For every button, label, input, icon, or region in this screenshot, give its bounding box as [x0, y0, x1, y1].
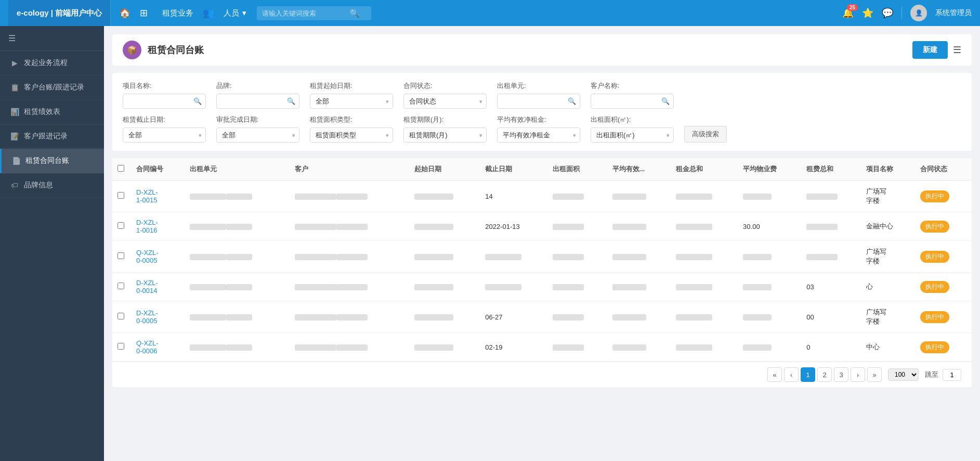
- lease-term-select[interactable]: 租赁期限(月): [403, 127, 487, 143]
- sidebar-item-contract-ledger[interactable]: 📄 租赁合同台账: [0, 149, 104, 173]
- project-cell-2: 广场写 字楼: [861, 241, 914, 273]
- row-checkbox-0[interactable]: [117, 192, 124, 199]
- sidebar-item-brand-info[interactable]: 🏷 品牌信息: [0, 173, 104, 198]
- sidebar-item-rental-performance[interactable]: 📊 租赁绩效表: [0, 100, 104, 124]
- page-btn-2[interactable]: 2: [817, 367, 832, 382]
- property-cell-1: 30.00: [738, 212, 801, 241]
- global-search-bar[interactable]: 🔍: [257, 6, 371, 20]
- row-checkbox-5[interactable]: [117, 343, 124, 350]
- project-cell-4: 广场写 字楼: [861, 301, 914, 333]
- select-all-checkbox[interactable]: [117, 165, 124, 172]
- people-icon[interactable]: 👥: [203, 7, 214, 19]
- contract-id-1[interactable]: D-XZL- 1-0016: [136, 219, 158, 234]
- start-date-cell-1: [409, 212, 480, 241]
- unit-cell-0: [185, 181, 289, 212]
- col-rental-unit: 出租单元: [185, 158, 289, 181]
- status-cell-0: 执行中: [915, 181, 972, 212]
- table-row: D-XZL- 0-0014 03 心 执行中: [112, 273, 972, 301]
- search-input[interactable]: [262, 9, 345, 17]
- col-end-date: 截止日期: [480, 158, 547, 181]
- customer-cell-3: [290, 273, 409, 301]
- nav-people[interactable]: 人员 ▾: [217, 8, 253, 18]
- start-date-select[interactable]: 全部: [310, 94, 393, 109]
- home-icon[interactable]: 🏠: [119, 7, 130, 19]
- avg-cell-4: [607, 301, 671, 333]
- table-row: Q-XZL- 0-0006 02-19 0 中心 执行中: [112, 333, 972, 362]
- contract-id-4[interactable]: D-XZL- 0-0005: [136, 309, 158, 325]
- list-view-icon[interactable]: ☰: [953, 44, 961, 56]
- page-btn-3[interactable]: 3: [834, 367, 848, 382]
- sidebar-item-workflow[interactable]: ▶ 发起业务流程: [0, 51, 104, 75]
- top-navigation: e-cology | 前端用户中心 🏠 ⊞ 租赁业务 👥 人员 ▾ 🔍 🔔 25…: [0, 0, 980, 26]
- start-date-cell-2: [409, 241, 480, 273]
- page-next-btn[interactable]: ›: [851, 367, 865, 382]
- advanced-search-button[interactable]: 高级搜索: [684, 126, 727, 143]
- notification-count: 25: [847, 4, 858, 11]
- fee-total-cell-5: 0: [801, 333, 861, 362]
- status-badge-3: 执行中: [920, 281, 949, 293]
- nav-rental-business[interactable]: 租赁业务: [156, 8, 200, 18]
- row-checkbox-1[interactable]: [117, 222, 124, 229]
- sidebar-item-customer-ledger[interactable]: 📋 客户台账/跟进记录: [0, 75, 104, 100]
- table-header-row: 合同编号 出租单元 客户 起始日期 截止日期 出租面积 平均有效... 租金总和…: [112, 158, 972, 181]
- rental-area-select[interactable]: 出租面积(㎡): [591, 127, 674, 143]
- status-cell-5: 执行中: [915, 333, 972, 362]
- avatar[interactable]: 👤: [910, 5, 927, 21]
- top-nav-right: 🔔 25 ⭐ 💬 👤 系统管理员: [842, 5, 972, 21]
- user-name: 系统管理员: [935, 8, 972, 18]
- pagination-bar: « ‹ 1 2 3 › » 100 50 20 跳至: [112, 362, 972, 387]
- approval-date-select[interactable]: 全部: [216, 127, 299, 143]
- page-prev-btn[interactable]: ‹: [784, 367, 799, 382]
- col-rental-area: 出租面积: [547, 158, 607, 181]
- page-last-btn[interactable]: »: [867, 367, 882, 382]
- property-cell-2: [738, 241, 801, 273]
- row-checkbox-3[interactable]: [117, 283, 124, 289]
- unit-cell-1: [185, 212, 289, 241]
- avg-cell-0: [607, 181, 671, 212]
- start-date-cell-0: [409, 181, 480, 212]
- contract-id-2[interactable]: Q-XZL- 0-0005: [136, 249, 159, 264]
- status-badge-1: 执行中: [920, 221, 949, 233]
- contract-id-0[interactable]: D-XZL- 1-0015: [136, 188, 158, 204]
- filter-customer-name: 客户名称: 🔍: [591, 81, 674, 109]
- avg-rent-select[interactable]: 平均有效净租金: [497, 127, 580, 143]
- fee-total-cell-1: [801, 212, 861, 241]
- sidebar-label-workflow: 发起业务流程: [24, 58, 68, 68]
- row-checkbox-2[interactable]: [117, 252, 124, 259]
- filter-label-brand: 品牌:: [216, 81, 299, 91]
- contract-id-3[interactable]: D-XZL- 0-0014: [136, 279, 158, 294]
- property-cell-4: [738, 301, 801, 333]
- status-badge-0: 执行中: [920, 190, 949, 202]
- area-type-select[interactable]: 租赁面积类型: [310, 127, 393, 143]
- page-btn-1[interactable]: 1: [801, 367, 815, 382]
- filter-label-rental-area: 出租面积(㎡):: [591, 115, 674, 124]
- data-table: 合同编号 出租单元 客户 起始日期 截止日期 出租面积 平均有效... 租金总和…: [112, 158, 972, 362]
- filter-label-rental-unit: 出租单元:: [497, 81, 580, 91]
- property-cell-3: [738, 273, 801, 301]
- unit-cell-5: [185, 333, 289, 362]
- filter-brand: 品牌: 🔍: [216, 81, 299, 109]
- contract-id-5[interactable]: Q-XZL- 0-0006: [136, 339, 159, 355]
- page-first-btn[interactable]: «: [767, 367, 782, 382]
- grid-icon[interactable]: ⊞: [140, 7, 148, 19]
- chat-icon[interactable]: 💬: [882, 7, 893, 19]
- page-size-select[interactable]: 100 50 20: [888, 368, 919, 381]
- page-title: 租赁合同台账: [148, 44, 204, 56]
- notification-bell[interactable]: 🔔 25: [842, 7, 854, 19]
- contract-status-select[interactable]: 合同状态: [403, 94, 487, 109]
- rental-unit-search-icon: 🔍: [568, 97, 576, 105]
- page-icon: 📦: [123, 41, 141, 59]
- project-cell-1: 金融中心: [861, 212, 914, 241]
- fee-total-cell-4: 00: [801, 301, 861, 333]
- unit-cell-2: [185, 241, 289, 273]
- goto-input[interactable]: [943, 369, 961, 381]
- row-checkbox-4[interactable]: [117, 313, 124, 319]
- table-row: Q-XZL- 0-0005 广场写 字楼 执行中: [112, 241, 972, 273]
- filter-row-1: 项目名称: 🔍 品牌: 🔍 租赁起始日期:: [123, 81, 961, 109]
- end-date-cell-2: [480, 241, 547, 273]
- sidebar-item-follow-records[interactable]: 📝 客户跟进记录: [0, 124, 104, 149]
- star-icon[interactable]: ⭐: [862, 7, 873, 19]
- end-date-select[interactable]: 全部: [123, 127, 206, 143]
- sidebar-collapse-btn[interactable]: ☰: [0, 26, 104, 51]
- new-button[interactable]: 新建: [912, 41, 948, 59]
